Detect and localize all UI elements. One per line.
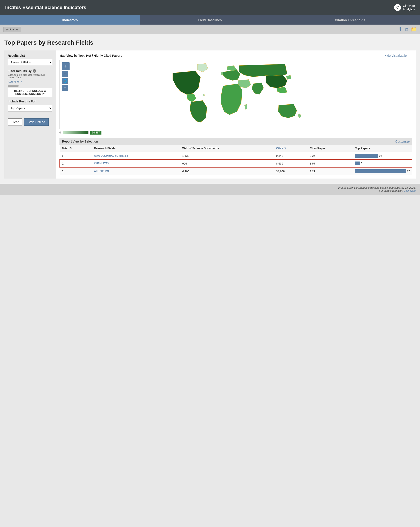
- map-area: Map View by Top / Hot / Highly Cited Pap…: [56, 50, 416, 178]
- sidebar-buttons: Clear Save Criteria: [8, 118, 52, 126]
- report-section-header: Report View by Selection Customize: [59, 138, 412, 145]
- cell-cites: 34,668: [274, 167, 308, 175]
- bar-value: 57: [407, 170, 410, 173]
- filter-label: Filter Results By: [8, 69, 32, 73]
- map-controls: ✛ + 🌐 −: [62, 62, 70, 91]
- zoom-out-icon[interactable]: −: [62, 85, 68, 91]
- col-cites-per-paper: Cites/Paper: [308, 145, 353, 152]
- globe-icon[interactable]: 🌐: [62, 78, 68, 84]
- map-svg: [60, 60, 412, 129]
- table-header-row: Total: 3 Research Fields Web of Science …: [60, 145, 412, 152]
- customize-link[interactable]: Customize: [395, 140, 410, 143]
- col-total: Total: 3: [60, 145, 92, 152]
- sidebar: Results List Research Fields Filter Resu…: [4, 50, 56, 178]
- help-icon[interactable]: ?: [33, 69, 36, 73]
- cell-cites-per-paper: 8.27: [308, 167, 353, 175]
- bar: [355, 169, 406, 173]
- bar-wrapper: 57: [355, 169, 410, 173]
- logo: C Clarivate Analytics: [394, 4, 415, 11]
- footer: InCites Essential Science Indicators dat…: [0, 184, 420, 195]
- zoom-in-icon[interactable]: +: [62, 71, 68, 77]
- footer-link[interactable]: Click Here: [404, 189, 416, 192]
- include-results-select[interactable]: Top Papers: [8, 105, 52, 111]
- cell-rank: 1: [60, 152, 92, 160]
- filter-header: Filter Results By ?: [8, 69, 52, 73]
- cell-cites: 8,539: [274, 160, 308, 167]
- app-title: InCites Essential Science Indicators: [5, 5, 86, 10]
- footer-more-info: For more information: [379, 189, 403, 192]
- add-filter-link[interactable]: Add Filter »: [8, 80, 52, 83]
- legend-min: 0: [59, 131, 61, 134]
- bar-value: 24: [379, 154, 382, 157]
- cell-wos-docs: 4,190: [180, 167, 274, 175]
- cell-wos-docs: 1,133: [180, 152, 274, 160]
- bar: [355, 154, 378, 158]
- include-results-label: Include Results For: [8, 100, 52, 103]
- map-legend: 0 74,437: [59, 131, 412, 134]
- report-table: Total: 3 Research Fields Web of Science …: [59, 145, 412, 175]
- report-title: Report View by Selection: [62, 140, 98, 143]
- world-map: ✛ + 🌐 −: [59, 60, 412, 129]
- filter-note: Changing the filter field removes all cu…: [8, 74, 52, 79]
- tab-citation-thresholds[interactable]: Citation Thresholds: [280, 15, 420, 25]
- cell-cites: 9,348: [274, 152, 308, 160]
- results-list-select[interactable]: Research Fields: [8, 59, 52, 66]
- col-top-papers: Top Papers: [353, 145, 412, 152]
- cell-rank: 0: [60, 167, 92, 175]
- cell-field[interactable]: CHEMISTRY: [92, 160, 180, 167]
- table-row: 1 AGRICULTURAL SCIENCES 1,133 9,348 8.25…: [60, 152, 412, 160]
- cell-rank: 2: [60, 160, 92, 167]
- tab-field-baselines[interactable]: Field Baselines: [140, 15, 280, 25]
- add-icon[interactable]: 📁: [411, 27, 417, 32]
- legend-gradient: [63, 131, 89, 134]
- table-row: 2 CHEMISTRY 996 8,539 8.57 5: [60, 160, 412, 167]
- cell-top-papers: 5: [353, 160, 412, 167]
- clear-button[interactable]: Clear: [8, 118, 22, 126]
- copy-icon[interactable]: ⧉: [405, 27, 408, 32]
- map-header: Map View by Top / Hot / Highly Cited Pap…: [59, 54, 412, 57]
- cell-field[interactable]: AGRICULTURAL SCIENCES: [92, 152, 180, 160]
- svg-point-1: [203, 94, 205, 96]
- pan-icon[interactable]: ✛: [62, 62, 70, 70]
- main-content: Top Papers by Research Fields Results Li…: [0, 34, 420, 184]
- col-research-fields: Research Fields: [92, 145, 180, 152]
- page-title: Top Papers by Research Fields: [4, 39, 416, 46]
- cell-wos-docs: 996: [180, 160, 274, 167]
- bar-wrapper: 24: [355, 154, 410, 158]
- hide-visualization-link[interactable]: Hide Visualization —: [384, 54, 412, 57]
- cell-cites-per-paper: 8.57: [308, 160, 353, 167]
- bar-value: 5: [361, 162, 362, 165]
- cell-top-papers: 57: [353, 167, 412, 175]
- toolbar-icons: ⬇ ⧉ 📁: [398, 27, 417, 32]
- tab-indicators[interactable]: Indicators: [0, 15, 140, 25]
- bar-wrapper: 5: [355, 162, 410, 165]
- nav-tabs: Indicators Field Baselines Citation Thre…: [0, 15, 420, 25]
- col-cites[interactable]: Cites ▼: [274, 145, 308, 152]
- logo-text: Clarivate Analytics: [403, 4, 415, 11]
- footer-text: InCites Essential Science Indicators dat…: [338, 186, 416, 189]
- cell-top-papers: 24: [353, 152, 412, 160]
- results-list-label: Results List: [8, 54, 52, 57]
- save-criteria-button[interactable]: Save Criteria: [24, 118, 49, 126]
- download-icon[interactable]: ⬇: [398, 27, 402, 32]
- col-wos-docs: Web of Science Documents: [180, 145, 274, 152]
- app-header: InCites Essential Science Indicators C C…: [0, 0, 420, 15]
- filter-tag: BEIJING TECHNOLOGY & BUSINESS UNIVERSITY: [8, 88, 52, 97]
- logo-icon: C: [394, 4, 401, 11]
- legend-max: 74,437: [90, 131, 102, 134]
- filter-tag-bar: [8, 85, 19, 87]
- toolbar: Indicators ⬇ ⧉ 📁: [0, 25, 420, 34]
- content-layout: Results List Research Fields Filter Resu…: [4, 50, 416, 178]
- breadcrumb: Indicators: [3, 27, 21, 32]
- cell-field[interactable]: ALL FIELDS: [92, 167, 180, 175]
- cell-cites-per-paper: 8.25: [308, 152, 353, 160]
- map-title: Map View by Top / Hot / Highly Cited Pap…: [59, 54, 122, 57]
- bar: [355, 162, 360, 165]
- table-row: 0 ALL FIELDS 4,190 34,668 8.27 57: [60, 167, 412, 175]
